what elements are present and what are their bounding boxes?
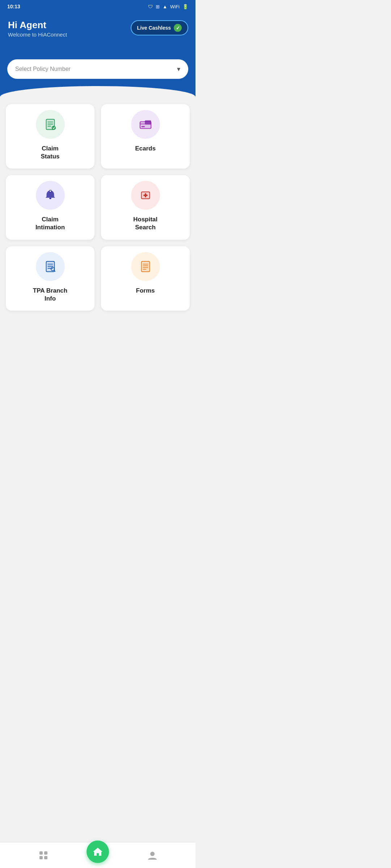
card-ecards[interactable]: Ecards <box>101 104 190 169</box>
status-time: 10:13 <box>7 4 20 9</box>
hospital-search-icon <box>139 188 152 202</box>
tpa-branch-info-label: TPA BranchInfo <box>33 287 67 303</box>
claim-status-icon-circle <box>36 110 65 139</box>
wifi-icon: WiFi <box>170 4 180 9</box>
live-cashless-badge[interactable]: Live Cashless ✓ <box>131 20 188 35</box>
svg-rect-19 <box>143 195 147 196</box>
forms-label: Forms <box>136 287 155 295</box>
status-bar: 10:13 🛡 ⊞ ▲ WiFi 🔋 <box>0 0 196 13</box>
status-icons: 🛡 ⊞ ▲ WiFi 🔋 <box>148 4 188 9</box>
live-cashless-check-icon: ✓ <box>174 24 182 32</box>
tpa-branch-info-icon-circle <box>36 252 65 281</box>
ecards-icon-circle <box>131 110 160 139</box>
policy-selector-wrapper: Select Policy Number ▾ <box>0 59 196 86</box>
shield-icon: 🛡 <box>148 4 153 9</box>
curved-separator <box>0 86 196 97</box>
hospital-search-icon-circle <box>131 181 160 210</box>
tpa-branch-info-icon <box>43 260 57 273</box>
card-claim-intimation[interactable]: ClaimIntimation <box>6 175 94 239</box>
claim-status-icon <box>43 118 57 131</box>
header: Hi Agent Welcome to HiAConnect Live Cash… <box>0 13 196 59</box>
signal-icon: ▲ <box>163 4 167 9</box>
card-claim-status[interactable]: ClaimStatus <box>6 104 94 169</box>
chevron-down-icon: ▾ <box>177 65 180 73</box>
feature-grid: ClaimStatus Ecards <box>6 104 190 311</box>
svg-point-15 <box>49 190 51 192</box>
svg-rect-11 <box>141 126 145 127</box>
card-forms[interactable]: Forms <box>101 246 190 311</box>
battery-icon: 🔋 <box>182 4 188 9</box>
ecards-label: Ecards <box>135 145 156 153</box>
live-cashless-label: Live Cashless <box>137 25 171 31</box>
card-hospital-search[interactable]: HospitalSearch <box>101 175 190 239</box>
svg-point-5 <box>51 126 55 130</box>
claim-status-label: ClaimStatus <box>41 145 60 161</box>
card-tpa-branch-info[interactable]: TPA BranchInfo <box>6 246 94 311</box>
claim-intimation-label: ClaimIntimation <box>35 216 65 231</box>
main-content: ClaimStatus Ecards <box>0 97 196 347</box>
forms-icon-circle <box>131 252 160 281</box>
hospital-search-label: HospitalSearch <box>133 216 157 231</box>
svg-rect-27 <box>141 261 150 272</box>
svg-rect-14 <box>49 198 51 199</box>
policy-selector-placeholder: Select Policy Number <box>15 66 71 72</box>
claim-intimation-icon-circle <box>36 181 65 210</box>
policy-selector-dropdown[interactable]: Select Policy Number ▾ <box>7 59 188 79</box>
claim-intimation-icon <box>43 188 57 202</box>
forms-icon <box>139 260 152 273</box>
svg-rect-13 <box>145 122 151 123</box>
ecards-icon <box>139 118 152 131</box>
vpn-icon: ⊞ <box>156 4 160 9</box>
